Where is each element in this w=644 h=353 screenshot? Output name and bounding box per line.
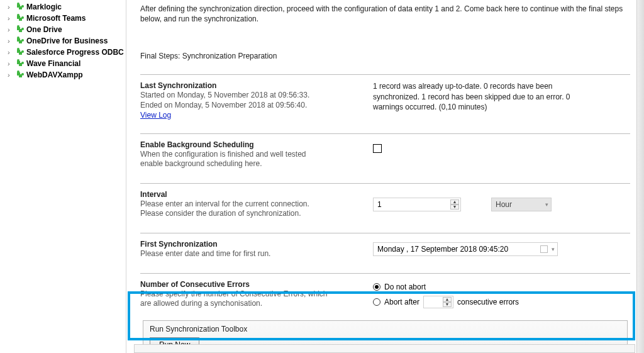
first-sync-value: Monday , 17 September 2018 09:45:20 [377, 245, 508, 254]
radio-unchecked-icon [373, 298, 380, 306]
run-panel-title: Run Synchronization Toolbox [150, 325, 622, 333]
svg-point-11 [21, 62, 24, 64]
chevron-right-icon: › [8, 49, 15, 56]
svg-point-3 [21, 16, 24, 19]
sidebar-tree: › Marklogic › Microsoft Teams › One Driv… [0, 0, 126, 353]
interval-desc1: Please enter an interval for the current… [140, 199, 360, 210]
puzzle-icon [15, 36, 26, 45]
intro-text: After defining the synchronization direc… [140, 4, 630, 24]
section-bg-scheduling: Enable Background Scheduling When the co… [140, 133, 630, 169]
sidebar-item-msteams[interactable]: › Microsoft Teams [0, 13, 126, 24]
chevron-right-icon: › [8, 38, 15, 45]
last-sync-started: Started on Monday, 5 November 2018 at 09… [140, 91, 360, 101]
radio-checked-icon [373, 283, 380, 291]
interval-spinner[interactable]: ▲▼ [450, 199, 459, 210]
svg-point-10 [17, 59, 19, 62]
svg-point-2 [17, 14, 19, 16]
interval-desc2: Please consider the duration of synchron… [140, 209, 360, 219]
bg-sched-desc1: When the configuration is finished and w… [140, 150, 360, 160]
vertical-scrollbar[interactable] [636, 0, 644, 353]
svg-point-8 [17, 48, 19, 50]
sidebar-item-wave[interactable]: › Wave Financial [0, 58, 126, 69]
consec-spinner[interactable]: ▲▼ [443, 297, 452, 307]
consec-opt2b-label: consecutive errors [457, 298, 519, 306]
bottom-panel [134, 344, 635, 353]
chevron-right-icon: › [8, 60, 15, 67]
section-last-sync: Last Synchronization Started on Monday, … [140, 74, 630, 119]
view-log-link[interactable]: View Log [140, 111, 171, 120]
consec-desc1: Please specify the number of Consecutive… [140, 289, 360, 300]
sidebar-item-salesforce[interactable]: › Salesforce Progress ODBC [0, 47, 126, 58]
sidebar-item-label: Marklogic [26, 3, 62, 11]
chevron-right-icon: › [8, 72, 15, 79]
last-sync-status: 1 record was already up-to-date. 0 recor… [373, 81, 599, 112]
interval-unit-combo[interactable]: Hour ▾ [491, 198, 552, 211]
chevron-down-icon: ▾ [545, 201, 548, 208]
sidebar-item-label: Microsoft Teams [26, 14, 86, 23]
sidebar-item-marklogic[interactable]: › Marklogic [0, 1, 126, 13]
interval-value-input[interactable]: 1 ▲▼ [373, 198, 461, 211]
svg-point-5 [21, 28, 24, 30]
sidebar-item-webdav[interactable]: › WebDAVXampp [0, 69, 126, 81]
consec-title: Number of Consecutive Errors [140, 280, 360, 289]
chevron-right-icon: › [8, 26, 15, 33]
puzzle-icon [15, 14, 26, 23]
sidebar-item-onedrive[interactable]: › One Drive [0, 24, 126, 35]
first-sync-title: First Synchronization [140, 240, 360, 249]
svg-point-12 [17, 70, 19, 73]
puzzle-icon [15, 25, 26, 34]
bg-sched-desc2: enable background scheduling here. [140, 159, 360, 169]
sidebar-item-label: Salesforce Progress ODBC [26, 48, 124, 57]
consec-count-input[interactable]: ▲▼ [423, 296, 453, 308]
consec-radio-abort-row[interactable]: Abort after ▲▼ consecutive errors [373, 295, 519, 309]
svg-point-6 [17, 36, 19, 39]
final-steps-heading: Final Steps: Synchronization Preparation [140, 52, 630, 60]
bg-sched-checkbox[interactable] [373, 144, 382, 153]
main-panel: After defining the synchronization direc… [126, 0, 636, 353]
svg-point-4 [17, 25, 19, 28]
consec-desc2: are allowed during a synchonisation. [140, 299, 360, 309]
section-interval: Interval Please enter an interval for th… [140, 183, 630, 219]
svg-point-0 [17, 3, 19, 5]
consec-opt1-label: Do not abort [384, 283, 426, 291]
consec-opt2a-label: Abort after [384, 298, 419, 306]
sidebar-item-onedrive-business[interactable]: › OneDrive for Business [0, 35, 126, 47]
first-sync-datepicker[interactable]: Monday , 17 September 2018 09:45:20 ▾ [373, 242, 558, 256]
interval-value-text: 1 [377, 200, 382, 209]
puzzle-icon [15, 3, 26, 11]
svg-point-9 [21, 50, 24, 53]
last-sync-title: Last Synchronization [140, 81, 360, 90]
chevron-down-icon: ▾ [552, 246, 555, 252]
chevron-right-icon: › [8, 4, 15, 11]
bg-sched-title: Enable Background Scheduling [140, 140, 360, 149]
sidebar-item-label: One Drive [26, 25, 62, 34]
first-sync-desc: Please enter date and time for first run… [140, 249, 360, 259]
puzzle-icon [15, 48, 26, 57]
last-sync-ended: Ended on Monday, 5 November 2018 at 09:5… [140, 101, 360, 111]
sidebar-item-label: WebDAVXampp [26, 70, 83, 79]
interval-unit-text: Hour [496, 200, 512, 209]
svg-point-7 [21, 39, 24, 42]
puzzle-icon [15, 70, 26, 79]
section-consec-errors: Number of Consecutive Errors Please spec… [140, 273, 630, 309]
sidebar-item-label: Wave Financial [26, 59, 80, 68]
section-first-sync: First Synchronization Please enter date … [140, 233, 630, 259]
puzzle-icon [15, 59, 26, 68]
chevron-right-icon: › [8, 15, 15, 22]
sidebar-item-label: OneDrive for Business [26, 36, 108, 45]
svg-point-1 [21, 5, 24, 8]
calendar-square-icon [540, 245, 548, 253]
interval-title: Interval [140, 190, 360, 199]
svg-point-13 [21, 73, 24, 76]
consec-radio-noabort-row[interactable]: Do not abort [373, 280, 426, 294]
